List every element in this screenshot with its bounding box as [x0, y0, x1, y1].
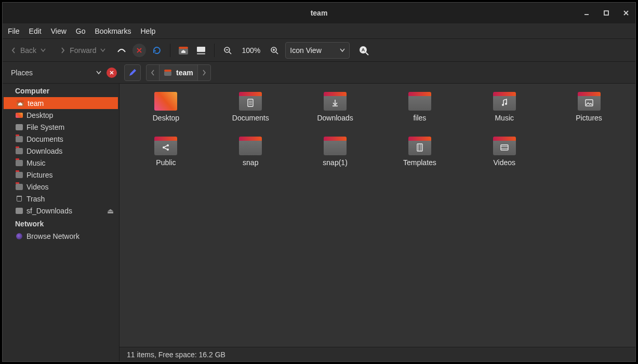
svg-rect-21	[501, 145, 508, 150]
edit-path-button[interactable]	[124, 64, 141, 81]
network-icon	[15, 233, 23, 239]
sidebar-item[interactable]: Downloads	[3, 145, 119, 157]
disk-icon	[15, 124, 23, 130]
sidebar-item-label: Videos	[26, 183, 49, 191]
sidebar-item[interactable]: File System	[3, 121, 119, 133]
file-item[interactable]: snap	[208, 137, 293, 179]
sidebar-item[interactable]: Documents	[3, 133, 119, 145]
maximize-button[interactable]	[600, 7, 613, 19]
file-item[interactable]: Public	[124, 137, 208, 179]
close-icon	[623, 10, 629, 16]
maximize-icon	[603, 10, 609, 16]
file-item[interactable]: snap(1)	[293, 137, 378, 179]
file-item[interactable]: Videos	[462, 137, 547, 179]
eject-icon[interactable]: ⏏	[107, 207, 114, 215]
breadcrumb-next[interactable]	[198, 65, 210, 80]
close-panel-button[interactable]	[107, 68, 117, 78]
file-manager-window: team File Edit View Go Bookmarks Help Ba…	[2, 2, 636, 362]
svg-rect-2	[179, 47, 188, 49]
file-label: Downloads	[317, 114, 353, 122]
close-icon	[110, 71, 114, 75]
breadcrumb-current[interactable]: team	[160, 65, 198, 80]
sidebar-item[interactable]: Browse Network	[3, 230, 119, 242]
svg-rect-0	[604, 11, 608, 15]
disk-icon	[15, 208, 23, 214]
menu-bookmarks[interactable]: Bookmarks	[95, 27, 131, 35]
sidebar-item-label: sf_Downloads	[26, 207, 72, 215]
sidebar-item[interactable]: Desktop	[3, 109, 119, 121]
up-arrow-icon	[116, 47, 127, 54]
search-button[interactable]: A	[357, 43, 370, 58]
folder-icon	[15, 148, 23, 154]
sidebar-item[interactable]: sf_Downloads⏏	[3, 205, 119, 217]
sidebar-item-label: Downloads	[26, 147, 62, 155]
sidebar-item-label: Trash	[26, 195, 45, 203]
folder-icon	[324, 95, 347, 111]
file-item[interactable]: files	[377, 92, 462, 134]
sidebar-item[interactable]: team	[4, 97, 118, 109]
minimize-button[interactable]	[580, 7, 593, 19]
breadcrumb-prev[interactable]	[147, 65, 160, 80]
sidebar-item[interactable]: Pictures	[3, 169, 119, 181]
zoom-in-button[interactable]	[268, 43, 281, 58]
back-label: Back	[20, 46, 36, 55]
main-pane: DesktopDocumentsDownloadsfilesMusicPictu…	[119, 84, 635, 361]
sidebar-item-label: Music	[26, 159, 46, 167]
chevron-down-icon[interactable]	[96, 71, 101, 75]
menubar: File Edit View Go Bookmarks Help	[3, 23, 635, 39]
file-item[interactable]: Documents	[208, 92, 293, 134]
sidebar-item-label: Desktop	[26, 111, 53, 119]
folder-icon	[239, 140, 262, 155]
reload-icon	[152, 46, 162, 55]
file-label: snap(1)	[323, 158, 347, 167]
file-label: Documents	[232, 114, 269, 122]
sidebar-item-label: Pictures	[26, 171, 53, 179]
chevron-down-icon	[100, 48, 105, 52]
home-folder-icon	[178, 46, 189, 55]
folder-icon	[408, 140, 431, 155]
folder-icon	[15, 184, 23, 190]
stop-icon	[136, 47, 142, 53]
sidebar-item[interactable]: Trash	[3, 193, 119, 205]
forward-button[interactable]: Forward	[55, 43, 111, 58]
file-label: Public	[156, 158, 176, 167]
icon-grid[interactable]: DesktopDocumentsDownloadsfilesMusicPictu…	[119, 84, 635, 347]
file-label: Music	[495, 114, 514, 122]
menu-file[interactable]: File	[8, 27, 20, 35]
file-item[interactable]: Desktop	[124, 92, 208, 134]
sidebar-item-label: File System	[26, 123, 64, 131]
file-item[interactable]: Downloads	[293, 92, 378, 134]
svg-rect-9	[164, 71, 171, 76]
menu-view[interactable]: View	[51, 27, 67, 35]
chevron-left-icon	[11, 47, 16, 54]
back-button[interactable]: Back	[6, 43, 51, 58]
zoom-out-icon	[223, 46, 232, 55]
view-mode-select[interactable]: Icon View	[285, 42, 350, 59]
sidebar-item-label: Documents	[26, 135, 63, 143]
sidebar-item[interactable]: Music	[3, 157, 119, 169]
folder-icon	[15, 172, 23, 178]
up-button[interactable]	[115, 43, 128, 58]
file-item[interactable]: Pictures	[547, 92, 631, 134]
menu-edit[interactable]: Edit	[29, 27, 42, 35]
toolbar: Back Forward	[3, 39, 635, 62]
home-button[interactable]	[177, 43, 190, 58]
close-button[interactable]	[620, 7, 632, 19]
zoom-out-button[interactable]	[221, 43, 234, 58]
computer-button[interactable]	[194, 43, 208, 58]
chevron-down-icon	[340, 48, 345, 52]
stop-button[interactable]	[132, 43, 146, 58]
file-label: files	[413, 114, 426, 122]
svg-rect-10	[164, 70, 171, 72]
window-title: team	[311, 9, 328, 17]
menu-help[interactable]: Help	[141, 27, 156, 35]
trash-icon	[15, 196, 23, 201]
reload-button[interactable]	[150, 43, 164, 58]
file-item[interactable]: Templates	[377, 137, 462, 179]
svg-point-19	[167, 149, 169, 151]
sidebar-item[interactable]: Videos	[3, 181, 119, 193]
file-item[interactable]: Music	[462, 92, 547, 134]
svg-rect-4	[197, 53, 205, 55]
menu-go[interactable]: Go	[76, 27, 86, 35]
chevron-left-icon	[151, 70, 155, 76]
